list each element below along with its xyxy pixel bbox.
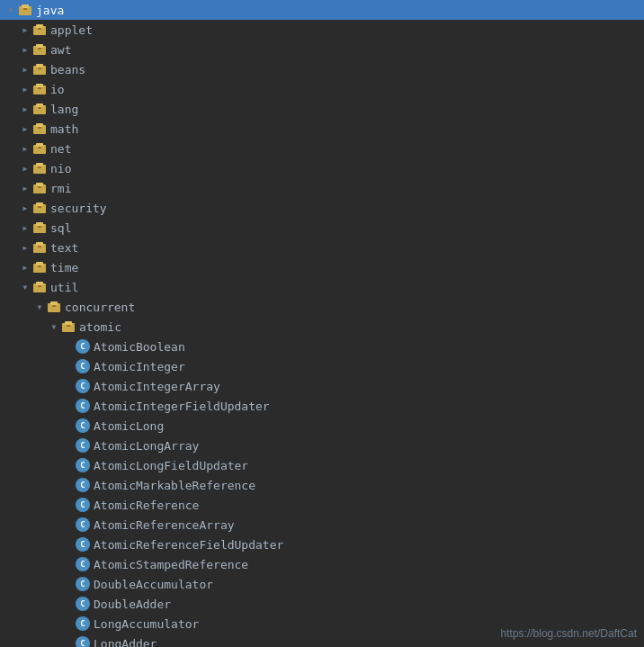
tree-item-nio[interactable]: nio [0,158,644,178]
pkg-icon-time [32,260,47,274]
class-icon: C [76,636,90,647]
label-DoubleAdder: DoubleAdder [94,598,171,611]
tree-item-AtomicReferenceFieldUpdater[interactable]: C AtomicReferenceFieldUpdater [0,535,644,554]
tree-item-AtomicReference[interactable]: C AtomicReference [0,495,644,515]
tree-item-io[interactable]: io [0,79,644,99]
label-DoubleAccumulator: DoubleAccumulator [94,578,213,591]
label-AtomicIntegerFieldUpdater: AtomicIntegerFieldUpdater [94,400,270,413]
arrow-nio [18,161,32,175]
pkg-icon-io [32,82,47,96]
svg-rect-44 [38,285,41,287]
tree-item-AtomicLong[interactable]: C AtomicLong [0,416,644,436]
pkg-icon-util [32,280,47,294]
label-rmi: rmi [50,182,71,195]
svg-rect-28 [36,183,43,186]
class-icon: C [76,438,90,453]
arrow-rmi [18,181,32,195]
tree-item-applet[interactable]: applet [0,20,644,40]
class-icon: C [76,517,90,532]
svg-rect-7 [36,44,43,48]
pkg-icon-concurrent [47,300,61,314]
tree-item-AtomicMarkableReference[interactable]: C AtomicMarkableReference [0,475,644,495]
tree-item-security[interactable]: security [0,198,644,218]
arrow-math [18,121,32,136]
svg-rect-34 [36,222,43,226]
class-icon: C [76,359,90,373]
tree-item-AtomicBoolean[interactable]: C AtomicBoolean [0,337,644,356]
arrow-awt [18,42,32,57]
svg-rect-46 [50,301,58,305]
tree-item-beans[interactable]: beans [0,59,644,79]
svg-rect-5 [38,28,41,30]
svg-rect-40 [36,262,43,265]
tree-item-text[interactable]: text [0,238,644,257]
pkg-icon-nio [32,161,47,175]
svg-rect-23 [38,147,41,148]
tree-item-DoubleAccumulator[interactable]: C DoubleAccumulator [0,574,644,594]
tree-item-atomic[interactable]: atomic [0,317,644,337]
class-icon: C [76,418,90,433]
label-LongAccumulator: LongAccumulator [94,617,199,631]
class-icon: C [76,498,90,512]
tree-item-util[interactable]: util [0,277,644,297]
label-AtomicBoolean: AtomicBoolean [94,340,185,354]
label-AtomicStampedReference: AtomicStampedReference [94,558,248,571]
svg-rect-49 [65,321,72,325]
svg-rect-31 [36,202,43,206]
arrow-atomic [47,319,61,334]
tree-item-AtomicReferenceArray[interactable]: C AtomicReferenceArray [0,515,644,535]
pkg-icon-beans [32,62,47,76]
pkg-icon-applet [32,22,47,37]
arrow-security [18,201,32,215]
svg-rect-1 [22,4,29,8]
svg-rect-41 [38,265,41,267]
tree-container[interactable]: java applet awt beans io [0,0,644,647]
tree-items-list: applet awt beans io lang [0,20,644,647]
tree-item-awt[interactable]: awt [0,40,644,59]
label-atomic: atomic [79,320,121,334]
tree-item-AtomicLongFieldUpdater[interactable]: C AtomicLongFieldUpdater [0,455,644,475]
svg-rect-13 [36,84,43,87]
tree-item-concurrent[interactable]: concurrent [0,297,644,317]
tree-item-AtomicStampedReference[interactable]: C AtomicStampedReference [0,554,644,574]
tree-item-lang[interactable]: lang [0,99,644,119]
tree-item-rmi[interactable]: rmi [0,178,644,198]
class-icon: C [76,616,90,631]
label-util: util [50,281,78,294]
arrow-applet [18,22,32,37]
pkg-icon-sql [32,220,47,235]
class-icon: C [76,478,90,492]
svg-rect-32 [38,206,41,208]
class-icon: C [76,557,90,571]
arrow-net [18,141,32,156]
tree-item-AtomicInteger[interactable]: C AtomicInteger [0,356,644,376]
class-icon: C [76,577,90,591]
tree-item-math[interactable]: math [0,119,644,139]
root-header[interactable]: java [0,0,644,20]
tree-item-DoubleAdder[interactable]: C DoubleAdder [0,594,644,614]
tree-item-AtomicIntegerArray[interactable]: C AtomicIntegerArray [0,376,644,396]
svg-rect-10 [36,64,43,67]
tree-item-net[interactable]: net [0,139,644,158]
label-AtomicReference: AtomicReference [94,499,199,512]
svg-rect-16 [36,103,43,107]
tree-item-AtomicLongArray[interactable]: C AtomicLongArray [0,436,644,455]
svg-rect-35 [38,226,41,228]
svg-rect-19 [36,123,43,127]
pkg-icon-awt [32,42,47,57]
label-awt: awt [50,43,71,57]
label-AtomicInteger: AtomicInteger [94,360,185,373]
tree-item-sql[interactable]: sql [0,218,644,238]
label-security: security [50,202,107,215]
svg-rect-22 [36,143,43,147]
tree-item-time[interactable]: time [0,257,644,277]
tree-item-AtomicIntegerFieldUpdater[interactable]: C AtomicIntegerFieldUpdater [0,396,644,416]
label-text: text [50,241,78,255]
svg-rect-37 [36,242,43,246]
label-LongAdder: LongAdder [94,637,157,648]
label-AtomicReferenceArray: AtomicReferenceArray [94,518,235,532]
pkg-icon-rmi [32,181,47,195]
svg-rect-8 [38,48,41,49]
svg-rect-43 [36,282,43,285]
label-beans: beans [50,63,85,76]
